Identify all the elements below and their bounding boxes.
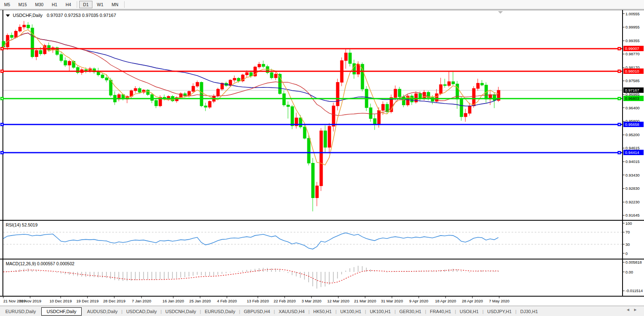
tab-scroll-arrows[interactable]: ◄►: [626, 307, 641, 312]
bear-candle: [456, 84, 459, 99]
date-axis-label: 18 Apr 2020: [432, 299, 460, 303]
chart-shift-marker-icon[interactable]: [498, 11, 503, 14]
bear-candle: [270, 73, 273, 78]
macd-pane[interactable]: [3, 266, 498, 288]
price-axis-label: 0.91645: [625, 213, 639, 217]
bear-candle: [373, 118, 376, 125]
macd-axis-label: 0.00: [625, 270, 633, 274]
date-axis-label: 28 Dec 2019: [100, 299, 128, 303]
bull-candle: [14, 31, 17, 38]
bear-candle: [291, 106, 294, 126]
bear-candle: [460, 99, 463, 117]
chart-canvas[interactable]: [0, 0, 644, 316]
price-level-badge: 0.98010: [623, 68, 644, 74]
bear-candle: [200, 83, 203, 106]
bear-candle: [262, 64, 265, 66]
date-axis-label: 10 Dec 2019: [47, 299, 75, 303]
timeframe-button-h1[interactable]: H1: [48, 1, 61, 8]
rsi-axis-label: 70: [625, 230, 630, 234]
bear-candle: [10, 35, 13, 37]
chart-tab-xauusd-h4[interactable]: XAUUSD,H4: [273, 308, 310, 315]
rsi-line: [3, 233, 498, 249]
timeframe-button-m30[interactable]: M30: [31, 1, 47, 8]
bear-candle: [146, 90, 149, 94]
chart-tab-uk100-h1[interactable]: UK100,H1: [335, 308, 367, 315]
bull-candle: [196, 83, 199, 86]
bull-candle: [68, 61, 71, 65]
price-axis-label: 1.00555: [625, 12, 639, 16]
bear-candle: [204, 106, 207, 107]
price-level-badge: 0.96803: [623, 96, 644, 101]
rsi-axis-label: 0: [625, 251, 627, 256]
rsi-pane[interactable]: [3, 232, 622, 244]
bull-candle: [134, 88, 137, 90]
timeframe-button-m15[interactable]: M15: [15, 1, 31, 8]
bear-candle: [101, 75, 104, 78]
axis-ticks: [3, 14, 625, 298]
chart-tab-dj30-h1[interactable]: DJ30,H1: [515, 308, 543, 315]
chart-tab-gbpusd-h4[interactable]: GBPUSD,H4: [238, 308, 276, 315]
bull-candle: [19, 27, 21, 31]
bull-candle: [274, 74, 277, 78]
tab-scroll-left-icon[interactable]: ◄: [626, 307, 633, 312]
bear-candle: [299, 118, 302, 127]
bear-candle: [369, 108, 372, 118]
horizontal-level-lines[interactable]: [0, 47, 622, 154]
chart-tab-fra40-h1[interactable]: FRA40,H1: [425, 308, 456, 315]
bull-candle: [448, 82, 451, 85]
timeframe-button-m5[interactable]: M5: [0, 1, 14, 8]
bull-candle: [320, 131, 323, 186]
chart-tab-eurusd-daily[interactable]: EURUSD,Daily: [199, 308, 241, 315]
chart-tab-hk50-h1[interactable]: HK50,H1: [308, 308, 337, 315]
timeframe-button-w1[interactable]: W1: [93, 1, 107, 8]
symbol-dropdown-icon[interactable]: [6, 14, 10, 17]
date-axis-label: 31 Mar 2020: [378, 299, 406, 303]
bear-candle: [97, 72, 100, 75]
candlestick-series: [2, 21, 500, 212]
bull-candle: [233, 78, 236, 80]
bull-candle: [332, 106, 335, 126]
bear-candle: [60, 54, 63, 61]
chart-tab-usdchf-daily[interactable]: USDCHF,Daily: [41, 307, 82, 316]
chart-tab-uk100-h1[interactable]: UK100,H1: [364, 308, 396, 315]
mt4-window: M5M15M30H1H4D1W1MN USDCHF,Daily0.97037 0…: [0, 0, 644, 316]
chart-tab-usdcnh-daily[interactable]: USDCNH,Daily: [160, 308, 202, 315]
chart-symbol-label: USDCHF,Daily: [13, 13, 42, 18]
bear-candle: [353, 64, 356, 74]
date-axis-label: 13 Feb 2020: [244, 299, 272, 303]
price-level-badge: 0.97167: [623, 87, 644, 93]
price-axis-label: 0.97585: [625, 78, 639, 83]
timeframe-button-mn[interactable]: MN: [108, 1, 122, 8]
bear-candle: [493, 94, 496, 100]
price-axis-label: 0.98770: [625, 52, 639, 56]
bear-candle: [443, 85, 446, 85]
bull-candle: [472, 88, 475, 106]
price-axis-label: 0.92230: [625, 200, 639, 204]
date-axis-label: 4 Feb 2020: [213, 299, 241, 303]
price-axis-label: 0.99955: [625, 25, 639, 29]
date-axis-label: 21 Mar 2020: [351, 299, 379, 303]
bull-candle: [377, 111, 380, 125]
bull-candle: [477, 83, 479, 89]
tab-scroll-right-icon[interactable]: ►: [633, 307, 641, 312]
timeframe-button-h4[interactable]: H4: [62, 1, 75, 8]
price-axis-label: 0.95200: [625, 132, 639, 137]
price-level-badge: 0.94414: [623, 150, 644, 155]
price-axis-label: 0.94015: [625, 159, 639, 164]
price-axis-label: 0.96400: [625, 106, 639, 110]
bull-candle: [464, 113, 467, 117]
chart-tab-usdjpy-h1[interactable]: USDJPY,H1: [482, 308, 517, 315]
chart-tab-eurusd-daily[interactable]: EURUSD,Daily: [0, 308, 41, 315]
bull-candle: [382, 104, 385, 111]
bear-candle: [303, 127, 306, 138]
toolbar-separator: [77, 1, 77, 8]
price-axis-label: 0.93430: [625, 173, 639, 177]
timeframe-button-d1[interactable]: D1: [79, 1, 92, 8]
chart-tab-usdcad-daily[interactable]: USDCAD,Daily: [121, 308, 162, 315]
chart-tab-ger30-h1[interactable]: GER30,H1: [394, 308, 427, 315]
bear-candle: [419, 94, 422, 99]
chart-tab-usoil-h1[interactable]: USOil,H1: [454, 308, 484, 315]
date-axis-label: 9 Apr 2020: [405, 299, 433, 303]
chart-tab-audusd-daily[interactable]: AUDUSD,Daily: [82, 308, 123, 315]
macd-axis-label: -0.011514: [625, 288, 643, 293]
